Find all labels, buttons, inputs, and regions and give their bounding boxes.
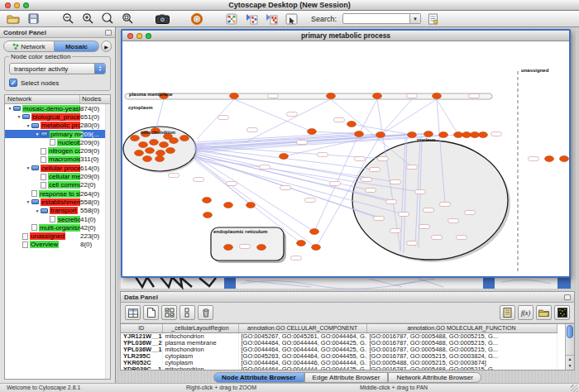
table-row[interactable]: YPL036W__2plasma membrane[GO:0044464, GO… xyxy=(121,340,557,347)
tree-row[interactable]: ▼transport558(0) xyxy=(5,207,110,215)
save-icon[interactable] xyxy=(25,12,41,26)
tab-mosaic[interactable]: Mosaic xyxy=(55,41,99,52)
network-node[interactable] xyxy=(203,198,212,203)
expand-arrow-icon[interactable]: ▼ xyxy=(25,199,31,204)
network-node[interactable] xyxy=(327,93,336,99)
network-node[interactable] xyxy=(419,225,430,229)
expand-arrow-icon[interactable]: ▼ xyxy=(16,114,22,119)
network-node[interactable] xyxy=(465,211,476,215)
column-header[interactable]: annotation.GO CELLULAR_COMPONENT xyxy=(238,324,366,332)
network-node[interactable] xyxy=(150,140,159,146)
tree-row[interactable]: ▼mosaic-demo-yeast874(0) xyxy=(5,104,110,112)
network-node[interactable] xyxy=(347,122,356,127)
select-attributes-icon[interactable] xyxy=(161,305,177,320)
network-node[interactable] xyxy=(224,245,233,251)
network-node[interactable] xyxy=(287,112,298,117)
network-node[interactable] xyxy=(135,151,144,156)
tree-row[interactable]: nitrogen compo209(0) xyxy=(5,146,110,155)
zoom-in-icon[interactable] xyxy=(79,12,96,26)
table-row[interactable]: YDR039C__1mitochondrion[GO:0044464, GO:0… xyxy=(121,366,557,370)
network-node[interactable] xyxy=(308,129,317,135)
unselect-attributes-icon[interactable] xyxy=(179,305,195,320)
network-node[interactable] xyxy=(224,203,233,208)
network-node[interactable] xyxy=(355,131,364,137)
network-node[interactable] xyxy=(374,217,385,221)
tab-overflow-arrow[interactable]: ▶ xyxy=(101,41,112,52)
network-node[interactable] xyxy=(268,94,279,98)
network-node[interactable] xyxy=(260,165,270,170)
column-header[interactable]: ID xyxy=(121,324,162,332)
network-node[interactable] xyxy=(291,256,302,261)
snapshot-camera-icon[interactable] xyxy=(154,12,170,26)
network-node[interactable] xyxy=(361,178,372,182)
network-node[interactable] xyxy=(462,132,471,138)
expand-arrow-icon[interactable]: ▼ xyxy=(25,123,31,128)
network-node[interactable] xyxy=(305,198,316,203)
network-node[interactable] xyxy=(457,236,467,240)
tab-node-attribute-browser[interactable]: Node Attribute Browser xyxy=(213,372,304,383)
network-node[interactable] xyxy=(545,156,554,162)
expand-arrow-icon[interactable]: ▼ xyxy=(25,165,31,170)
network-node[interactable] xyxy=(169,174,179,178)
network-node[interactable] xyxy=(439,132,448,138)
network-node[interactable] xyxy=(408,132,417,138)
tree-row[interactable]: ▼establishment of lo558(0) xyxy=(5,198,110,206)
network-node[interactable] xyxy=(407,241,418,246)
network-node[interactable] xyxy=(415,190,426,194)
network-node[interactable] xyxy=(378,157,389,161)
column-header[interactable]: _cellularLayoutRegion xyxy=(162,324,238,332)
scrollbar-thumb[interactable] xyxy=(567,325,573,338)
network-node[interactable] xyxy=(166,148,175,154)
tree-row[interactable]: multi-organism pro42(0) xyxy=(5,223,110,232)
matrix-view-icon[interactable] xyxy=(554,305,570,320)
network-arrow-red-icon[interactable] xyxy=(263,12,280,26)
tree-scrollbar[interactable] xyxy=(105,104,110,379)
network-node[interactable] xyxy=(160,142,169,148)
network-node[interactable] xyxy=(240,245,251,249)
network-node[interactable] xyxy=(227,182,237,186)
import-folder-icon[interactable] xyxy=(536,305,552,320)
network-node[interactable] xyxy=(370,168,380,172)
search-options-icon[interactable] xyxy=(424,12,441,26)
tree-row[interactable]: cell communicat22(0) xyxy=(5,181,110,189)
help-ring-icon[interactable] xyxy=(189,12,205,26)
network-node[interactable] xyxy=(203,213,213,218)
table-row[interactable]: YPL036W__1mitochondrion[GO:0044464, GO:0… xyxy=(121,347,557,353)
tree-row[interactable]: ▼biological_process651(0) xyxy=(5,112,110,121)
network-canvas[interactable]: plasma membrane cytoplasm mitochondrion … xyxy=(122,41,569,276)
network-arrow-blue-icon[interactable] xyxy=(243,12,260,26)
tree-row[interactable]: response to stimulu264(0) xyxy=(5,189,110,198)
tab-network-attribute-browser[interactable]: Network Attribute Browser xyxy=(388,372,481,383)
network-node[interactable] xyxy=(146,148,155,154)
network-node[interactable] xyxy=(454,132,463,138)
network-small-icon[interactable] xyxy=(223,12,240,26)
annotation-icon[interactable] xyxy=(283,12,299,26)
network-node[interactable] xyxy=(423,208,434,213)
network-node[interactable] xyxy=(407,94,418,98)
tab-edge-attribute-browser[interactable]: Edge Attribute Browser xyxy=(304,372,389,383)
tree-row[interactable]: secretion41(0) xyxy=(5,215,110,223)
tree-row[interactable]: ▼primary metabo209(... xyxy=(5,130,110,138)
network-node[interactable] xyxy=(376,132,385,138)
float-data-panel-icon[interactable] xyxy=(564,294,571,300)
network-node[interactable] xyxy=(230,93,239,99)
network-node[interactable] xyxy=(156,156,165,162)
network-node[interactable] xyxy=(297,241,306,246)
network-window-titlebar[interactable]: primary metabolic process xyxy=(122,31,569,41)
network-node[interactable] xyxy=(246,203,256,208)
delete-attribute-icon[interactable] xyxy=(198,305,213,320)
network-node[interactable] xyxy=(390,180,401,184)
new-attribute-icon[interactable] xyxy=(143,305,159,320)
network-node[interactable] xyxy=(280,154,289,160)
tree-row[interactable]: ▼metabolic process280(0) xyxy=(5,122,110,130)
network-node[interactable] xyxy=(390,229,401,233)
scrollbar-arrows[interactable]: ▲▼ xyxy=(566,355,574,370)
network-node[interactable] xyxy=(310,229,319,235)
network-node[interactable] xyxy=(560,156,569,162)
table-row[interactable]: YLR295Ccytoplasm[GO:0045263, GO:0044464,… xyxy=(121,353,557,360)
network-node[interactable] xyxy=(131,136,140,141)
tab-network[interactable]: Network xyxy=(3,41,55,52)
network-node[interactable] xyxy=(247,128,258,132)
float-panel-icon[interactable] xyxy=(105,30,112,36)
network-node[interactable] xyxy=(386,200,397,204)
